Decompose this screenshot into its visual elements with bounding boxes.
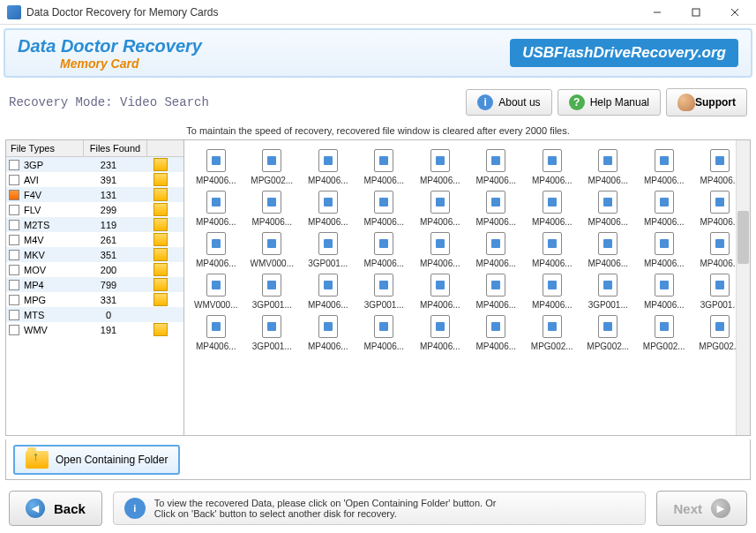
file-item[interactable]: MP4006... <box>580 187 637 227</box>
file-label: MP4006... <box>475 217 516 227</box>
file-item[interactable]: MP4006... <box>300 146 356 185</box>
file-icon <box>486 191 505 214</box>
file-label: MP4006... <box>700 217 740 227</box>
file-item[interactable]: MP4006... <box>468 187 525 227</box>
file-grid[interactable]: MP4006...MPG002...MP4006...MP4006...MP40… <box>184 140 750 355</box>
file-icon <box>486 274 505 297</box>
footer-info-line2: Click on 'Back' button to select another… <box>154 508 497 519</box>
file-item[interactable]: MP4006... <box>468 312 525 351</box>
file-label: MP4006... <box>420 217 460 227</box>
file-item[interactable]: MP4006... <box>636 229 692 268</box>
file-types-list[interactable]: 3GP231AVI391F4V131FLV299M2TS119M4V261MKV… <box>6 157 183 435</box>
file-item[interactable]: MP4006... <box>580 146 637 185</box>
file-item[interactable]: WMV000... <box>244 229 301 268</box>
file-icon <box>655 274 674 297</box>
file-item[interactable]: MP4006... <box>412 270 468 310</box>
file-type-icon <box>9 265 19 275</box>
file-item[interactable]: MP4006... <box>636 270 692 310</box>
file-type-name: MP4 <box>22 280 84 290</box>
info-icon: i <box>124 498 146 519</box>
file-item[interactable]: MP4006... <box>580 229 637 268</box>
file-type-row[interactable]: WMV191 <box>6 322 183 337</box>
file-item[interactable]: WMV000... <box>188 270 244 310</box>
file-type-row[interactable]: F4V131 <box>6 187 183 202</box>
open-containing-folder-button[interactable]: Open Containing Folder <box>13 445 180 475</box>
file-icon <box>598 315 618 338</box>
file-item[interactable]: MP4006... <box>300 187 356 227</box>
file-type-row[interactable]: FLV299 <box>6 202 183 217</box>
file-item[interactable]: MP4006... <box>356 229 413 268</box>
file-item[interactable]: MP4006... <box>356 146 413 185</box>
file-item[interactable]: MP4006... <box>244 187 301 227</box>
file-type-bar <box>153 188 168 201</box>
help-label: Help Manual <box>590 96 649 109</box>
file-item[interactable]: MP4006... <box>636 146 692 185</box>
file-item[interactable]: MP4006... <box>524 270 580 310</box>
file-item[interactable]: MP4006... <box>188 187 244 227</box>
file-item[interactable]: MP4006... <box>356 187 413 227</box>
file-type-row[interactable]: MPG331 <box>6 292 183 307</box>
file-item[interactable]: MP4006... <box>524 229 580 268</box>
file-type-count: 0 <box>84 310 133 320</box>
file-icon <box>374 149 393 172</box>
file-item[interactable]: 3GP001... <box>300 229 356 268</box>
file-item[interactable]: MP4006... <box>300 270 356 310</box>
file-type-row[interactable]: M4V261 <box>6 232 183 247</box>
file-item[interactable]: MP4006... <box>468 270 525 310</box>
file-item[interactable]: MPG002... <box>580 312 637 351</box>
scrollbar-thumb[interactable] <box>737 211 749 264</box>
file-item[interactable]: MP4006... <box>412 187 468 227</box>
scrollbar[interactable] <box>736 140 750 435</box>
file-item[interactable]: 3GP001... <box>356 270 413 310</box>
file-icon <box>318 274 338 297</box>
file-type-row[interactable]: 3GP231 <box>6 157 183 172</box>
file-item[interactable]: MP4006... <box>468 229 525 268</box>
file-label: WMV000... <box>251 259 294 268</box>
file-item[interactable]: 3GP001... <box>244 270 301 310</box>
support-button[interactable]: Support <box>666 88 747 116</box>
file-type-row[interactable]: MP4799 <box>6 277 183 292</box>
file-item[interactable]: MPG002... <box>524 312 580 351</box>
file-item[interactable]: MP4006... <box>188 229 244 268</box>
file-label: MPG002... <box>251 176 293 185</box>
file-label: MP4006... <box>420 259 460 268</box>
file-item[interactable]: 3GP001... <box>244 312 301 351</box>
file-type-row[interactable]: MTS0 <box>6 307 183 322</box>
file-item[interactable]: MP4006... <box>524 187 580 227</box>
maximize-button[interactable] <box>677 0 715 24</box>
file-label: MP4006... <box>644 176 685 185</box>
file-type-count: 391 <box>84 175 133 185</box>
file-item[interactable]: MP4006... <box>412 312 468 351</box>
about-button[interactable]: i About us <box>466 89 551 116</box>
file-icon <box>318 149 338 172</box>
file-item[interactable]: 3GP001... <box>580 270 637 310</box>
file-type-row[interactable]: MOV200 <box>6 262 183 277</box>
close-button[interactable] <box>715 0 754 24</box>
back-button[interactable]: ◄ Back <box>9 491 102 526</box>
help-button[interactable]: ? Help Manual <box>558 89 661 116</box>
file-item[interactable]: MP4006... <box>412 229 468 268</box>
file-item[interactable]: MP4006... <box>188 146 244 185</box>
file-type-name: FLV <box>22 205 84 215</box>
info-icon: i <box>477 94 493 110</box>
file-icon <box>318 191 338 214</box>
file-item[interactable]: MP4006... <box>188 312 244 351</box>
help-icon: ? <box>569 94 585 110</box>
file-item[interactable]: MP4006... <box>468 146 525 185</box>
file-type-bar <box>153 293 168 306</box>
next-button[interactable]: Next ► <box>656 491 747 526</box>
file-item[interactable]: MP4006... <box>356 312 413 351</box>
file-item[interactable]: MPG002... <box>636 312 692 351</box>
file-type-row[interactable]: M2TS119 <box>6 217 183 232</box>
file-type-row[interactable]: MKV351 <box>6 247 183 262</box>
file-type-row[interactable]: AVI391 <box>6 172 183 187</box>
file-item[interactable]: MP4006... <box>636 187 692 227</box>
file-item[interactable]: MP4006... <box>524 146 580 185</box>
file-label: MP4006... <box>196 342 236 351</box>
minimize-button[interactable] <box>638 0 677 24</box>
file-item[interactable]: MPG002... <box>244 146 301 185</box>
file-icon <box>655 232 674 255</box>
file-type-bar <box>153 173 168 186</box>
file-item[interactable]: MP4006... <box>300 312 356 351</box>
file-item[interactable]: MP4006... <box>412 146 468 185</box>
